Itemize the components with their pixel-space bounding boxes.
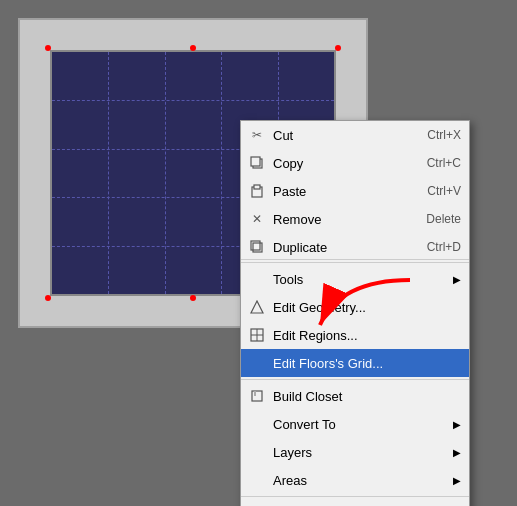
tools-icon [247, 269, 267, 289]
corner-marker-bl [45, 295, 51, 301]
corner-marker-bm [190, 295, 196, 301]
menu-label-convert-to: Convert To [273, 417, 447, 432]
menu-label-copy: Copy [273, 156, 417, 171]
edit-geometry-icon [247, 297, 267, 317]
areas-arrow-icon: ▶ [453, 475, 461, 486]
areas-icon [247, 470, 267, 490]
edit-regions-icon [247, 325, 267, 345]
menu-label-areas: Areas [273, 473, 447, 488]
context-menu: ✂ Cut Ctrl+X Copy Ctrl+C Paste Ctrl+V ✕ … [240, 120, 470, 506]
menu-label-edit-floors-grid: Edit Floors's Grid... [273, 356, 461, 371]
menu-item-layers[interactable]: Layers ▶ [241, 438, 469, 466]
menu-label-layers: Layers [273, 445, 447, 460]
svg-rect-1 [251, 157, 260, 166]
layers-arrow-icon: ▶ [453, 447, 461, 458]
edit-floors-grid-icon [247, 353, 267, 373]
copy-icon [247, 153, 267, 173]
grid-line-v3 [221, 52, 222, 294]
menu-label-paste: Paste [273, 184, 417, 199]
corner-marker-tl [45, 45, 51, 51]
grid-line-v1 [108, 52, 109, 294]
svg-rect-3 [254, 185, 260, 189]
svg-rect-4 [253, 243, 262, 252]
menu-item-mirror[interactable]: Mirror [241, 499, 469, 506]
menu-item-edit-regions[interactable]: Edit Regions... [241, 321, 469, 349]
tools-arrow-icon: ▶ [453, 274, 461, 285]
menu-item-convert-to[interactable]: Convert To ▶ [241, 410, 469, 438]
svg-rect-11 [254, 391, 256, 396]
menu-label-build-closet: Build Closet [273, 389, 461, 404]
menu-item-build-closet[interactable]: Build Closet [241, 382, 469, 410]
menu-label-edit-regions: Edit Regions... [273, 328, 461, 343]
corner-marker-tm [190, 45, 196, 51]
grid-line-h1 [52, 100, 334, 101]
menu-separator-2 [241, 379, 469, 380]
menu-shortcut-duplicate: Ctrl+D [427, 240, 461, 254]
paste-icon [247, 181, 267, 201]
menu-shortcut-paste: Ctrl+V [427, 184, 461, 198]
menu-label-tools: Tools [273, 272, 447, 287]
menu-shortcut-cut: Ctrl+X [427, 128, 461, 142]
convert-to-icon [247, 414, 267, 434]
convert-to-arrow-icon: ▶ [453, 419, 461, 430]
menu-label-duplicate: Duplicate [273, 240, 417, 255]
duplicate-icon [247, 237, 267, 257]
cut-icon: ✂ [247, 125, 267, 145]
menu-item-edit-floors-grid[interactable]: Edit Floors's Grid... [241, 349, 469, 377]
menu-label-edit-geometry: Edit Geometry... [273, 300, 461, 315]
menu-item-edit-geometry[interactable]: Edit Geometry... [241, 293, 469, 321]
menu-item-areas[interactable]: Areas ▶ [241, 466, 469, 494]
menu-shortcut-remove: Delete [426, 212, 461, 226]
menu-item-copy[interactable]: Copy Ctrl+C [241, 149, 469, 177]
grid-line-v2 [165, 52, 166, 294]
build-closet-icon [247, 386, 267, 406]
corner-marker-tr [335, 45, 341, 51]
svg-rect-10 [252, 391, 262, 401]
menu-item-paste[interactable]: Paste Ctrl+V [241, 177, 469, 205]
svg-rect-5 [251, 241, 260, 250]
menu-item-duplicate[interactable]: Duplicate Ctrl+D [241, 233, 469, 260]
menu-separator-1 [241, 262, 469, 263]
menu-item-remove[interactable]: ✕ Remove Delete [241, 205, 469, 233]
menu-item-tools[interactable]: Tools ▶ [241, 265, 469, 293]
svg-marker-6 [251, 301, 263, 313]
menu-separator-3 [241, 496, 469, 497]
menu-shortcut-copy: Ctrl+C [427, 156, 461, 170]
menu-label-remove: Remove [273, 212, 416, 227]
menu-label-cut: Cut [273, 128, 417, 143]
menu-item-cut[interactable]: ✂ Cut Ctrl+X [241, 121, 469, 149]
layers-icon [247, 442, 267, 462]
remove-icon: ✕ [247, 209, 267, 229]
